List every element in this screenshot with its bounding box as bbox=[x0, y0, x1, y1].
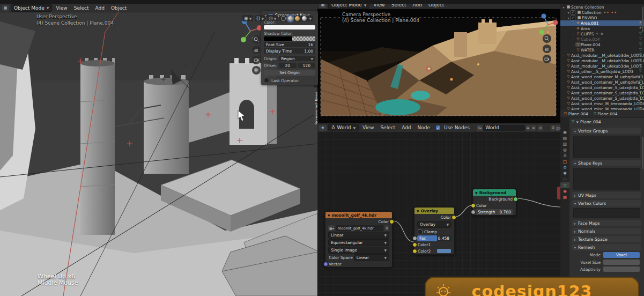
image-name-field[interactable]: moonlit_golf_4k.hdr bbox=[336, 225, 383, 231]
properties-tab[interactable]: ▤ bbox=[560, 135, 569, 141]
properties-tab[interactable]: ▦ bbox=[560, 194, 569, 200]
mix-overlay-node[interactable]: ▼Overlay Color Overlay▼ Clamp Fac 0.458 … bbox=[414, 207, 455, 255]
color-output-socket[interactable] bbox=[389, 219, 394, 224]
material-shading-icon[interactable] bbox=[295, 16, 300, 21]
expand-arrow[interactable]: · bbox=[561, 97, 566, 100]
menu-item[interactable]: View bbox=[53, 5, 70, 11]
section-header[interactable]: ▸ UV Maps bbox=[572, 192, 641, 198]
zoom-icon[interactable] bbox=[543, 34, 551, 43]
expand-arrow[interactable]: · bbox=[571, 21, 575, 25]
shader-type-dropdown[interactable]: ♁ World▼ bbox=[328, 124, 359, 131]
properties-tab[interactable]: ◍ bbox=[560, 147, 569, 153]
overlays-dropdown[interactable]: ◫▾ bbox=[555, 125, 561, 131]
snap-magnet-dropdown[interactable]: Ω▼ bbox=[255, 15, 265, 21]
camera-view-icon[interactable] bbox=[543, 55, 551, 63]
color-space-dropdown[interactable]: Linear▼ bbox=[354, 254, 389, 261]
outliner-row[interactable]: · ✓ Area bbox=[560, 26, 644, 31]
expand-arrow[interactable]: · bbox=[561, 70, 566, 73]
left-3d-viewport[interactable]: ▦ Object Mode▼ ViewSelectAddObject ◉▼ Ω▼… bbox=[0, 0, 318, 296]
properties-tab[interactable]: ▢ bbox=[560, 159, 569, 165]
last-operator-checkbox[interactable] bbox=[264, 78, 269, 83]
node-header[interactable]: ▼Overlay bbox=[414, 208, 454, 214]
offset-y-field[interactable]: 120 bbox=[298, 63, 315, 68]
section-header[interactable]: ▸ Normals bbox=[572, 228, 641, 234]
snapping-icon[interactable]: Ω bbox=[551, 125, 556, 131]
fac-slider[interactable]: Fac 0.458 bbox=[417, 235, 451, 241]
solid-shading-icon[interactable] bbox=[288, 16, 293, 21]
outliner-row[interactable]: · ✓ Asst_modular__M_ufekab3dw_LOD5.002 bbox=[560, 58, 644, 63]
outliner-row[interactable]: · ✓ WATER bbox=[560, 47, 644, 53]
breadcrumb-item[interactable]: ▢ Plane.004 bbox=[562, 112, 588, 116]
section-header[interactable]: ▾ Remesh bbox=[572, 244, 641, 250]
zoom-icon[interactable] bbox=[252, 35, 261, 44]
expand-arrow[interactable]: · bbox=[571, 43, 575, 47]
outliner-row[interactable]: · ✓ Asst_wood_misc_M_tmrveaeda_LOD4.001 bbox=[560, 101, 644, 106]
image-browse-dropdown[interactable]: ▦▾ bbox=[328, 225, 335, 231]
node-header[interactable]: ▼moonlit_golf_4k.hdr bbox=[325, 212, 392, 218]
fac-input-socket[interactable] bbox=[412, 236, 417, 241]
expand-arrow[interactable]: · bbox=[561, 86, 566, 90]
node-header[interactable]: ▼Background bbox=[473, 189, 516, 196]
menu-item[interactable]: Object bbox=[108, 5, 130, 11]
properties-tab[interactable]: ✱ bbox=[560, 171, 569, 176]
source-dropdown[interactable]: Single Image▼ bbox=[328, 247, 389, 254]
section-listbox[interactable] bbox=[573, 136, 640, 158]
outliner-row[interactable]: · ✓ Asst_modular__M_ufekab3dw_LOD5.001 bbox=[560, 53, 644, 58]
collection-checkbox[interactable]: ✓ bbox=[571, 10, 575, 15]
properties-tab[interactable]: ◉ bbox=[560, 129, 569, 135]
pan-hand-icon[interactable] bbox=[543, 45, 551, 53]
background-node[interactable]: ▼Background Background Color Strength 0.… bbox=[472, 189, 516, 216]
pivot-point-dropdown[interactable]: ◉▼ bbox=[242, 15, 253, 21]
section-header[interactable]: ▸ Face Maps bbox=[572, 220, 641, 226]
color-swatch[interactable] bbox=[264, 25, 315, 29]
expand-arrow[interactable]: · bbox=[561, 80, 566, 84]
color1-input-socket[interactable] bbox=[412, 242, 417, 247]
projection-dropdown[interactable]: Equirectangular▼ bbox=[328, 239, 389, 246]
section-header[interactable]: ▾ Shape Keys bbox=[572, 160, 641, 166]
properties-tab[interactable]: ◌ bbox=[560, 176, 569, 182]
section-header[interactable]: ▾ Vertex Groups bbox=[572, 128, 641, 134]
menu-item[interactable]: Add bbox=[398, 124, 414, 131]
expand-arrow[interactable]: · bbox=[561, 54, 566, 57]
remesh-mode-voxel-button[interactable]: Voxel bbox=[603, 252, 640, 258]
vector-input-socket[interactable] bbox=[323, 262, 328, 267]
set-origin-button[interactable]: Set Origin bbox=[264, 70, 315, 76]
outliner-row[interactable]: ▾ ✓ Scene Collection bbox=[560, 4, 644, 10]
section-header[interactable]: ▾ Vertex Colors bbox=[572, 200, 641, 206]
collection-checkbox[interactable]: ✓ bbox=[571, 16, 575, 20]
pin-icon[interactable]: ⊙ bbox=[538, 125, 543, 131]
world-icon[interactable]: ♁▾ bbox=[477, 125, 483, 131]
world-datablock-selector[interactable]: ♁▾ World ⊞ ✕ bbox=[477, 125, 536, 131]
adaptivity-field[interactable] bbox=[603, 267, 640, 272]
expand-arrow[interactable]: · bbox=[571, 48, 575, 52]
properties-tab[interactable]: ♁ bbox=[560, 153, 569, 159]
voxel-size-field[interactable] bbox=[603, 260, 640, 265]
world-name-field[interactable]: World bbox=[483, 125, 525, 131]
outliner-row[interactable]: · ✓ Asst_wood_container_S_udzejbtfa_LOD4… bbox=[560, 90, 644, 95]
pan-hand-icon[interactable] bbox=[252, 46, 261, 54]
outliner-scrollbar[interactable] bbox=[642, 6, 643, 32]
expand-arrow[interactable]: · bbox=[561, 59, 566, 63]
use-nodes-checkbox[interactable]: ✓ bbox=[436, 125, 440, 130]
font-size-field[interactable]: Font Size 16 bbox=[264, 42, 315, 47]
outliner-row[interactable]: · ✓ Asst_other__S_ue4lcjddw_LOD3 bbox=[560, 69, 644, 74]
navigation-gizmo[interactable] bbox=[536, 12, 560, 36]
properties-scrollbar[interactable] bbox=[642, 137, 643, 169]
strength-field[interactable]: Strength 0.700 bbox=[476, 209, 513, 215]
outliner-row[interactable]: ▾ ✓ ENVIRO bbox=[560, 15, 644, 20]
color2-input-socket[interactable] bbox=[412, 249, 417, 254]
outliner-row[interactable]: · ✓ Asst_wood_container_S_udzejbtfa_LOD4 bbox=[560, 95, 644, 101]
expand-arrow[interactable]: · bbox=[561, 91, 566, 95]
expand-arrow[interactable]: ▾ bbox=[566, 11, 571, 14]
blend-mode-dropdown[interactable]: Overlay▼ bbox=[417, 221, 451, 228]
display-time-field[interactable]: Display Time 1.00 bbox=[264, 48, 315, 54]
proportional-edit-dropdown[interactable]: ◎▼ bbox=[267, 15, 278, 21]
color2-swatch[interactable] bbox=[437, 249, 451, 253]
menu-item[interactable]: Add bbox=[92, 5, 107, 11]
strength-input-socket[interactable] bbox=[471, 210, 476, 214]
environment-texture-node[interactable]: ▼moonlit_golf_4k.hdr Color ▦▾ moonlit_go… bbox=[325, 211, 393, 268]
menu-item[interactable]: Select bbox=[71, 5, 92, 11]
mode-dropdown[interactable]: Object Mode▼ bbox=[11, 4, 52, 12]
outliner-row[interactable]: · ✓ Cube.014 bbox=[560, 36, 644, 42]
unlink-icon[interactable]: ✕ bbox=[531, 125, 536, 131]
